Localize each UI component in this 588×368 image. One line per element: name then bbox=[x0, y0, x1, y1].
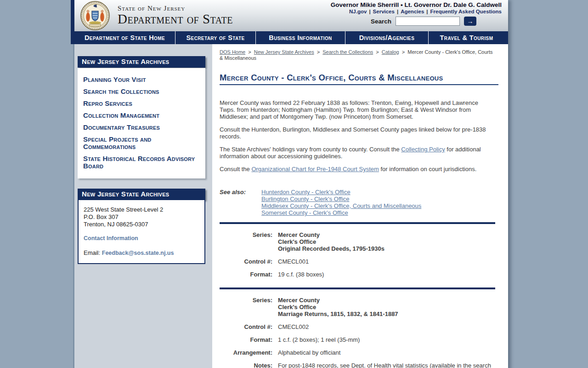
series-row-label: Series: bbox=[220, 231, 272, 252]
breadcrumb-link-search-the-collections[interactable]: Search the Collections bbox=[322, 49, 373, 55]
series-row-label: Arrangement: bbox=[220, 349, 272, 356]
nav-item-business-information[interactable]: Business Information bbox=[256, 31, 345, 44]
sidebar: New Jersey State Archives Planning Your … bbox=[74, 44, 212, 368]
quick-link-nj-gov[interactable]: NJ.gov bbox=[349, 9, 367, 14]
sidebar-item-special-projects-and-commemorations[interactable]: Special Projects and Commemorations bbox=[81, 133, 202, 153]
see-also-links: Hunterdon County - Clerk's OfficeBurling… bbox=[261, 189, 421, 216]
series-row: Arrangement:Alphabetical by officiant bbox=[220, 349, 495, 356]
nav-item-divisions-agencies[interactable]: Divisions/Agencies bbox=[345, 31, 429, 44]
series-row-value: For post-1848 records, see Dept. of Heal… bbox=[278, 362, 494, 368]
sidebar-nav-links: Planning Your VisitSearch the Collection… bbox=[78, 68, 205, 178]
breadcrumb-link-dos-home[interactable]: DOS Home bbox=[220, 49, 245, 55]
agency-small-title: State of New Jersey bbox=[118, 5, 233, 12]
nav-item-travel-tourism[interactable]: Travel & Tourism bbox=[429, 31, 504, 44]
series-value-line: Original Recorded Deeds, 1795-1930s bbox=[278, 245, 384, 252]
sidebar-nav-box-title: New Jersey State Archives bbox=[78, 56, 205, 68]
quick-links-separator: | bbox=[426, 9, 428, 14]
see-also-section: See also: Hunterdon County - Clerk's Off… bbox=[220, 189, 495, 216]
series-row: Notes:For post-1848 records, see Dept. o… bbox=[220, 362, 495, 368]
sidebar-contact-body: 225 West State Street-Level 2P.O. Box 30… bbox=[78, 200, 205, 264]
search-row: Search → bbox=[331, 17, 476, 26]
series-row: Series:Mercer CountyClerk's OfficeOrigin… bbox=[220, 231, 495, 252]
see-also-link-burlington-county-clerk-s-office[interactable]: Burlington County - Clerk's Office bbox=[261, 196, 421, 202]
contact-information-link[interactable]: Contact Information bbox=[84, 235, 138, 242]
series-value-line: 1 c.f. (2 boxes); 1 reel (35-mm) bbox=[278, 336, 360, 343]
series-list: Series:Mercer CountyClerk's OfficeOrigin… bbox=[220, 222, 498, 368]
series-value-line: CMECL002 bbox=[278, 323, 309, 330]
series-row-label: Format: bbox=[220, 271, 272, 278]
email-label: Email: bbox=[84, 249, 100, 256]
series-row: Format:1 c.f. (2 boxes); 1 reel (35-mm) bbox=[220, 336, 495, 343]
breadcrumb-separator: > bbox=[247, 49, 253, 55]
series-value-line: Clerk's Office bbox=[278, 304, 398, 310]
see-also-link-middlesex-county-clerk-s-office-courts-and-miscellaneous[interactable]: Middlesex County - Clerk's Office, Court… bbox=[261, 202, 421, 209]
series-row-label: Format: bbox=[220, 336, 272, 343]
sidebar-item-planning-your-visit[interactable]: Planning Your Visit bbox=[81, 74, 202, 86]
series-row-value: Mercer CountyClerk's OfficeOriginal Reco… bbox=[278, 231, 384, 252]
main-content: DOS Home > New Jersey State Archives > S… bbox=[212, 44, 508, 368]
quick-link-services[interactable]: Services bbox=[373, 9, 395, 14]
series-row-value: 19 c.f. (38 boxes) bbox=[278, 271, 324, 278]
quick-links-separator: | bbox=[369, 9, 370, 14]
search-go-button[interactable]: → bbox=[464, 17, 476, 26]
series-row: Format:19 c.f. (38 boxes) bbox=[220, 271, 495, 278]
right-arrow-icon: → bbox=[467, 17, 474, 25]
series-value-line: 19 c.f. (38 boxes) bbox=[278, 271, 324, 278]
see-also-link-hunterdon-county-clerk-s-office[interactable]: Hunterdon County - Clerk's Office bbox=[261, 189, 421, 196]
breadcrumb-link-catalog[interactable]: Catalog bbox=[382, 49, 399, 55]
email-row: Email: Feedback@sos.state.nj.us bbox=[84, 249, 199, 256]
search-input[interactable] bbox=[396, 17, 460, 26]
nj-state-seal-icon bbox=[80, 1, 110, 30]
series-row-label: Series: bbox=[220, 297, 272, 317]
page-container: State of New Jersey Department of State … bbox=[74, 0, 508, 368]
quick-links-separator: | bbox=[397, 9, 398, 14]
body-paragraph: The State Archives' holdings vary from c… bbox=[220, 146, 495, 160]
breadcrumb-link-new-jersey-state-archives[interactable]: New Jersey State Archives bbox=[254, 49, 314, 55]
main-nav: Department of State HomeSecretary of Sta… bbox=[74, 31, 508, 44]
breadcrumb-separator: > bbox=[374, 49, 380, 55]
agency-wordmark: State of New Jersey Department of State bbox=[118, 5, 233, 26]
body-paragraph: Consult the Organizational Chart for Pre… bbox=[220, 166, 495, 172]
body-link-collecting-policy[interactable]: Collecting Policy bbox=[401, 146, 445, 153]
site-header: State of New Jersey Department of State … bbox=[74, 0, 508, 31]
body-row: New Jersey State Archives Planning Your … bbox=[74, 44, 508, 368]
see-also-link-somerset-county-clerk-s-office[interactable]: Somerset County - Clerk's Office bbox=[261, 209, 421, 216]
series-row-value: Alphabetical by officiant bbox=[278, 349, 340, 356]
breadcrumb-separator: > bbox=[316, 49, 322, 55]
series-value-line: Clerk's Office bbox=[278, 238, 384, 245]
series-row-label: Notes: bbox=[220, 362, 272, 368]
series-value-line: Mercer County bbox=[278, 297, 398, 304]
sidebar-item-collection-management[interactable]: Collection Management bbox=[81, 109, 202, 121]
sidebar-item-documentary-treasures[interactable]: Documentary Treasures bbox=[81, 121, 202, 133]
series-value-line: Mercer County bbox=[278, 231, 384, 238]
sidebar-contact-box-title: New Jersey State Archives bbox=[78, 189, 205, 200]
sidebar-item-repro-services[interactable]: Repro Services bbox=[81, 98, 202, 109]
sidebar-item-search-the-collections[interactable]: Search the Collections bbox=[81, 86, 202, 98]
search-label: Search bbox=[371, 18, 391, 25]
body-paragraph: Consult the Hunterdon, Burlington, Middl… bbox=[220, 126, 495, 140]
series-row-value: CMECL002 bbox=[278, 323, 309, 330]
series-row: Series:Mercer CountyClerk's OfficeMarria… bbox=[220, 297, 495, 317]
quick-links: NJ.gov|Services|Agencies|Frequently Aske… bbox=[331, 9, 502, 14]
series-row-value: Mercer CountyClerk's OfficeMarriage Retu… bbox=[278, 297, 398, 317]
series-row: Control #:CMECL002 bbox=[220, 323, 495, 330]
see-also-label: See also: bbox=[220, 189, 261, 216]
nav-item-secretary-of-state[interactable]: Secretary of State bbox=[175, 31, 256, 44]
governor-line: Governor Mikie Sherrill • Lt. Governor D… bbox=[331, 1, 502, 8]
series-value-line: Alphabetical by officiant bbox=[278, 349, 340, 356]
body-link-organizational-chart-for-pre-1948-court-system[interactable]: Organizational Chart for Pre-1948 Court … bbox=[251, 166, 379, 172]
breadcrumb-separator: > bbox=[401, 49, 407, 55]
series-row-value: CMECL001 bbox=[278, 258, 309, 265]
nav-item-department-of-state-home[interactable]: Department of State Home bbox=[74, 31, 175, 44]
series-value-line: CMECL001 bbox=[278, 258, 309, 265]
series-row-label: Control #: bbox=[220, 258, 272, 265]
header-right: Governor Mikie Sherrill • Lt. Governor D… bbox=[331, 1, 502, 26]
breadcrumb: DOS Home > New Jersey State Archives > S… bbox=[220, 49, 495, 61]
address-lines: 225 West State Street-Level 2P.O. Box 30… bbox=[84, 206, 199, 228]
sidebar-item-state-historical-records-advisory-board[interactable]: State Historical Records Advisory Board bbox=[81, 153, 202, 172]
series-value-line: Marriage Returns, 1815, 1832, & 1841-188… bbox=[278, 310, 398, 317]
quick-link-frequently-asked-questions[interactable]: Frequently Asked Questions bbox=[430, 9, 502, 14]
quick-link-agencies[interactable]: Agencies bbox=[401, 9, 424, 14]
email-link[interactable]: Feedback@sos.state.nj.us bbox=[102, 250, 174, 256]
body-paragraph: Mercer County was formed 22 February 183… bbox=[220, 99, 495, 120]
